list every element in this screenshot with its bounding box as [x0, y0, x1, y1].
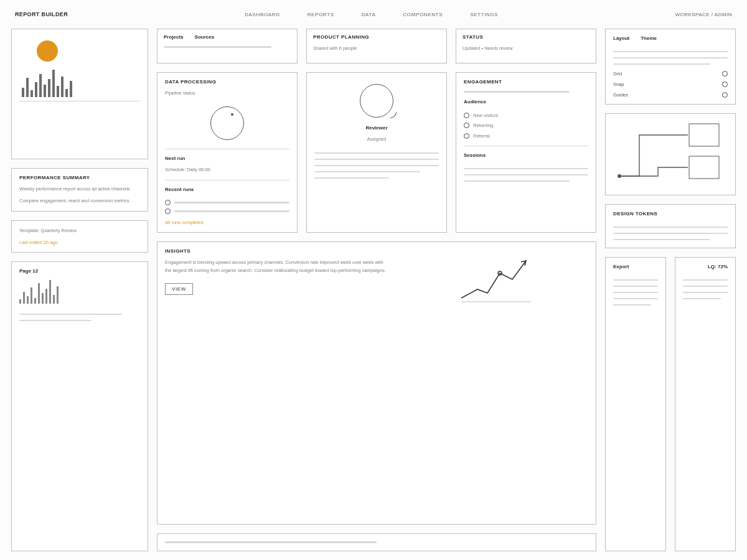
top-nav: Report Builder Dashboard Reports Data Co…: [11, 9, 736, 24]
svg-point-4: [618, 174, 621, 178]
score-card[interactable]: LQ: 72%: [675, 257, 736, 551]
opt-guides[interactable]: Guides: [613, 92, 628, 98]
bar: [61, 77, 63, 97]
reviewer-subcaption: Assigned: [314, 136, 439, 142]
engagement-bullets: New visitors Returning Referral: [464, 112, 588, 139]
tab-projects[interactable]: Projects: [164, 34, 184, 40]
opt-grid[interactable]: Grid: [613, 71, 622, 77]
bar: [31, 287, 32, 304]
tab-sources[interactable]: Sources: [195, 34, 215, 40]
toggle-icon[interactable]: [722, 92, 728, 98]
tokens-title: Design Tokens: [613, 211, 728, 217]
left-column: Performance Summary Weekly performance r…: [11, 29, 148, 551]
template-name: Template: Quarterly Review: [19, 227, 140, 234]
score-title: LQ: 72%: [683, 264, 728, 269]
export-card[interactable]: Export: [605, 257, 666, 551]
nav-item-settings[interactable]: Settings: [470, 12, 498, 17]
mid-footer-strip: [157, 533, 596, 551]
overview-card[interactable]: [11, 29, 148, 159]
nav-item-data[interactable]: Data: [362, 12, 376, 17]
bar: [23, 292, 25, 304]
toggle-icon[interactable]: [722, 82, 728, 87]
status-title: Status: [463, 34, 590, 40]
sparkline-title: Page 12: [19, 268, 140, 274]
bar: [39, 74, 42, 97]
nav-item-components[interactable]: Components: [403, 12, 443, 17]
middle-column: Projects Sources Product Planning Shared…: [157, 29, 596, 551]
score-lines: [683, 278, 728, 301]
export-row: Export LQ: 72%: [605, 257, 736, 551]
insights-card[interactable]: Insights Engagement is trending upward a…: [157, 241, 596, 525]
sparkline-card[interactable]: Page 12: [11, 261, 148, 551]
reviewer-card[interactable]: Reviewer Assigned: [306, 72, 447, 233]
bar: [49, 280, 51, 304]
right-column: Layout Theme Grid Snap Guides: [605, 29, 736, 551]
bar: [19, 299, 21, 304]
overview-visual: [19, 35, 140, 101]
gauge-icon: [210, 106, 244, 140]
layout-panel[interactable]: Layout Theme Grid Snap Guides: [605, 29, 736, 105]
nav-item-dashboard[interactable]: Dashboard: [245, 12, 280, 17]
insights-body: Engagement is trending upward across pri…: [165, 259, 391, 275]
tabs-placeholder: [164, 46, 271, 48]
flow-diagram-card[interactable]: [605, 113, 736, 195]
insights-view-button[interactable]: View: [165, 283, 193, 295]
tokens-lines: [613, 225, 728, 241]
opt-snap[interactable]: Snap: [613, 82, 624, 87]
divider-2: [165, 180, 289, 180]
processing-card[interactable]: Data Processing Pipeline status Next run…: [157, 72, 298, 233]
engagement-b1: New visitors: [473, 112, 498, 119]
bullet-icon: [464, 123, 469, 128]
bar: [34, 298, 36, 304]
bar: [31, 90, 33, 97]
template-note-card[interactable]: Template: Quarterly Review Last edited 2…: [11, 220, 148, 253]
bar: [52, 70, 55, 97]
sparkline-bars: [19, 279, 140, 304]
tokens-card[interactable]: Design Tokens: [605, 204, 736, 248]
bar: [22, 88, 24, 97]
bullet-icon: [165, 208, 171, 214]
insights-left: Insights Engagement is trending upward a…: [165, 248, 391, 518]
bullet-icon: [165, 200, 171, 205]
export-lines: [613, 278, 658, 307]
engagement-b2: Returning: [473, 122, 494, 129]
brand-label: Report Builder: [15, 11, 68, 17]
tab-layout[interactable]: Layout: [613, 35, 629, 41]
status-card[interactable]: Status Updated • Needs review: [456, 29, 596, 63]
tab-theme[interactable]: Theme: [641, 35, 657, 41]
bar: [53, 295, 55, 304]
bar: [27, 296, 29, 304]
svg-rect-2: [689, 124, 719, 146]
processing-listhead: Recent runs: [165, 187, 289, 192]
processing-listnote: All runs completed: [165, 219, 289, 226]
workspace-label[interactable]: Workspace / Admin: [675, 12, 732, 17]
performance-summary-card[interactable]: Performance Summary Weekly performance r…: [11, 168, 148, 212]
toggle-icon[interactable]: [722, 71, 728, 77]
group-card[interactable]: Product Planning Shared with 6 people: [306, 29, 447, 63]
reviewer-lines: [314, 151, 439, 180]
processing-schedule: Schedule: Daily 06:00: [165, 166, 289, 173]
status-sub: Updated • Needs review: [463, 45, 590, 52]
bar: [57, 286, 59, 304]
processing-nextrun-label: Next run: [165, 156, 289, 161]
sun-icon: [37, 40, 58, 62]
overview-bars: [19, 73, 140, 101]
bar: [35, 82, 37, 97]
bar: [26, 78, 29, 97]
bar: [57, 86, 59, 97]
flow-diagram-icon: [613, 120, 728, 189]
svg-rect-3: [689, 156, 719, 179]
engagement-b3: Referral: [473, 133, 490, 139]
engagement-card[interactable]: Engagement Audience New visitors Returni…: [456, 72, 596, 233]
app-root: Report Builder Dashboard Reports Data Co…: [0, 0, 747, 560]
mid-header-row: Projects Sources Product Planning Shared…: [157, 29, 596, 63]
bar: [45, 289, 47, 304]
nav-item-reports[interactable]: Reports: [308, 12, 334, 17]
processing-subtitle: Pipeline status: [165, 90, 289, 96]
bar: [65, 89, 68, 97]
bar: [42, 293, 44, 304]
performance-line1: Weekly performance report across all act…: [19, 185, 140, 192]
tabs-card: Projects Sources: [157, 29, 298, 63]
engagement-h1: Audience: [464, 99, 588, 105]
nav-items: Dashboard Reports Data Components Settin…: [93, 12, 650, 17]
